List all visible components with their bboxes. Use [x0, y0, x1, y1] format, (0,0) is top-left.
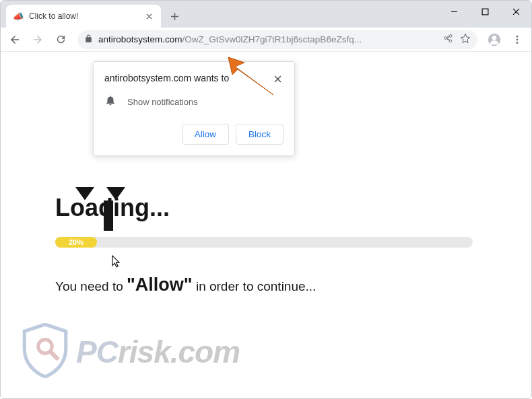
- watermark-text-rest: risk.com: [118, 334, 240, 369]
- tab-favicon-icon: 📣: [13, 11, 24, 22]
- mouse-cursor-icon: [111, 255, 121, 271]
- notification-permission-label: Show notifications: [127, 97, 198, 107]
- allow-button[interactable]: Allow: [182, 124, 229, 145]
- watermark-shield-icon: [21, 323, 69, 381]
- forward-button[interactable]: [28, 30, 48, 50]
- notification-origin: antirobotsystem.com wants to: [104, 73, 229, 83]
- instruction-text: You need to "Allow" in order to continue…: [55, 275, 477, 295]
- address-bar[interactable]: antirobotsystem.com/OwZ_GtSvw0lZH7gi7tR1…: [77, 30, 477, 49]
- url-path: /OwZ_GtSvw0lZH7gi7tR1bj6sctapB6eZsfq...: [182, 34, 362, 44]
- svg-point-6: [38, 340, 53, 353]
- tab-title: Click to allow!: [29, 11, 138, 21]
- profile-avatar[interactable]: [484, 30, 504, 50]
- share-icon[interactable]: [443, 33, 453, 46]
- maximize-button[interactable]: [469, 1, 500, 22]
- svg-point-4: [517, 38, 519, 40]
- instruction-suffix: in order to continue...: [193, 279, 317, 293]
- url-domain: antirobotsystem.com: [98, 34, 182, 44]
- back-button[interactable]: [5, 30, 25, 50]
- close-window-button[interactable]: [500, 1, 531, 22]
- new-tab-button[interactable]: [165, 7, 184, 26]
- tab-close-button[interactable]: [143, 11, 154, 22]
- watermark-text-pc: PC: [76, 334, 118, 369]
- reload-button[interactable]: [51, 30, 71, 50]
- svg-point-3: [517, 36, 519, 38]
- toolbar: antirobotsystem.com/OwZ_GtSvw0lZH7gi7tR1…: [1, 28, 531, 52]
- titlebar: 📣 Click to allow!: [1, 1, 531, 28]
- browser-tab[interactable]: 📣 Click to allow!: [6, 5, 161, 28]
- annotation-pointer-arrow: [223, 55, 277, 104]
- down-arrows-graphic: [75, 187, 125, 206]
- minimize-button[interactable]: [438, 1, 469, 22]
- progress-fill: 20%: [55, 237, 97, 248]
- progress-percent-label: 20%: [69, 238, 84, 246]
- star-icon[interactable]: [460, 33, 471, 46]
- browser-window: 📣 Click to allow!: [0, 0, 532, 399]
- block-button[interactable]: Block: [236, 124, 284, 145]
- window-controls: [438, 1, 531, 22]
- instruction-allow-word: "Allow": [127, 275, 193, 295]
- lock-icon: [84, 34, 93, 46]
- svg-rect-0: [482, 9, 488, 15]
- omnibox-actions: [443, 33, 471, 46]
- bell-icon: [104, 94, 117, 109]
- menu-button[interactable]: [507, 30, 527, 50]
- url-text: antirobotsystem.com/OwZ_GtSvw0lZH7gi7tR1…: [98, 34, 362, 44]
- svg-point-2: [492, 36, 496, 40]
- watermark-text: PCrisk.com: [76, 334, 240, 370]
- svg-point-5: [517, 42, 519, 44]
- instruction-prefix: You need to: [55, 279, 127, 293]
- watermark: PCrisk.com: [21, 323, 240, 381]
- svg-line-7: [50, 351, 58, 359]
- progress-bar: 20%: [55, 237, 473, 248]
